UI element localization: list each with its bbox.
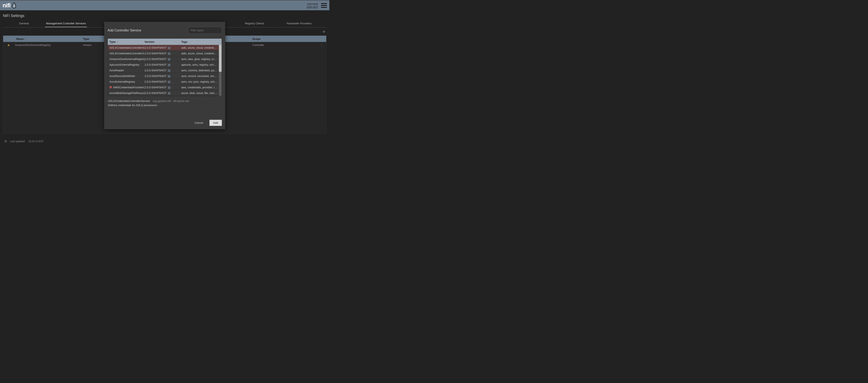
- selected-service-name: ADLSCredentialsControllerService: [108, 99, 150, 103]
- col-scope[interactable]: Scope: [249, 37, 326, 40]
- svg-rect-13: [168, 70, 170, 71]
- col-svc-type[interactable]: Type ↑: [108, 40, 145, 43]
- status-footer: Last updated: 16:24:12 EST: [4, 140, 44, 143]
- svc-tags-cell: avro, comma, delimited, pars...: [181, 69, 219, 72]
- svc-version-cell: 2.0.0-SNAPSHOT: [145, 74, 181, 78]
- svc-tags-cell: azure, blob, cloud, file, micro...: [181, 92, 219, 95]
- last-updated-time: 16:24:12 EST: [28, 140, 44, 143]
- svc-tags-cell: adls, azure, cloud, credential...: [181, 52, 219, 55]
- svc-version-cell: 2.0.0-SNAPSHOT: [145, 80, 181, 83]
- tab-management-controller-services[interactable]: Management Controller Services: [45, 20, 87, 27]
- svg-rect-3: [168, 53, 170, 53]
- top-bar: nifi username LOG OUT: [0, 0, 330, 10]
- row-actions-icon[interactable]: ⋮: [320, 43, 326, 46]
- service-type-row[interactable]: AWSCredentialsProviderCo...2.0.0-SNAPSHO…: [108, 84, 222, 90]
- svc-type-cell: AvroSchemaRegistry: [108, 80, 145, 83]
- svg-rect-21: [168, 86, 170, 87]
- service-type-row[interactable]: AvroReader2.0.0-SNAPSHOTavro, comma, del…: [108, 68, 222, 73]
- svc-version-cell: 2.0.0-SNAPSHOT: [145, 58, 181, 61]
- service-type-row[interactable]: AvroSchemaRegistry2.0.0-SNAPSHOTavro, cs…: [108, 79, 222, 84]
- version-list-icon[interactable]: [168, 64, 170, 66]
- svc-tags-cell: apicurio, avro, registry, sche...: [181, 63, 219, 66]
- svg-rect-26: [168, 94, 170, 94]
- service-type-row[interactable]: ApicurioSchemaRegistry2.0.0-SNAPSHOTapic…: [108, 62, 222, 68]
- service-types-body: ADLSCredentialsControllerServi2.0.0-SNAP…: [108, 45, 222, 96]
- scrollbar-thumb[interactable]: [219, 45, 222, 72]
- svc-tags-cell: avro, record, recordset, resul...: [181, 74, 219, 78]
- version-list-icon[interactable]: [168, 52, 170, 54]
- service-scope: Controller: [252, 43, 264, 46]
- svc-version-cell: 2.0.0-SNAPSHOT: [145, 63, 181, 66]
- service-info-panel: ADLSCredentialsControllerService org.apa…: [107, 96, 222, 107]
- service-type-row[interactable]: ADLSCredentialsControllerS...2.0.0-SNAPS…: [108, 50, 222, 56]
- sort-arrow-icon: ↑: [117, 40, 118, 43]
- add-service-button[interactable]: [323, 30, 325, 34]
- svc-type-cell: AvroReader: [108, 69, 145, 72]
- version-list-icon[interactable]: [168, 46, 170, 49]
- svg-rect-7: [168, 59, 170, 60]
- sort-arrow-icon: ↑: [24, 38, 26, 40]
- version-list-icon[interactable]: [168, 58, 170, 60]
- svc-type-cell: ADLSCredentialsControllerServi: [108, 46, 145, 49]
- version-list-icon[interactable]: [168, 75, 170, 77]
- svc-version-cell: 2.0.0-SNAPSHOT: [145, 86, 181, 89]
- version-list-icon[interactable]: [168, 92, 170, 94]
- col-svc-version[interactable]: Version: [145, 40, 181, 43]
- version-list-icon[interactable]: [168, 69, 170, 71]
- svg-rect-0: [168, 47, 170, 47]
- service-types-table: Type ↑ Version Tags ADLSCredentialsContr…: [107, 38, 222, 96]
- svg-rect-14: [168, 71, 170, 72]
- col-name[interactable]: Name ↑: [3, 37, 83, 40]
- svg-rect-19: [168, 82, 170, 82]
- droplet-icon: [11, 2, 17, 9]
- add-button[interactable]: Add: [210, 120, 222, 126]
- service-type-row[interactable]: AzureBlobStorageFileResour...2.0.0-SNAPS…: [108, 90, 222, 96]
- svg-rect-10: [168, 65, 170, 65]
- svg-rect-20: [168, 83, 170, 83]
- svg-rect-2: [168, 49, 170, 49]
- svg-rect-8: [168, 60, 170, 60]
- svg-rect-11: [168, 66, 170, 66]
- filter-types-input[interactable]: [188, 27, 222, 34]
- tab-general[interactable]: General: [3, 20, 45, 27]
- svg-rect-15: [168, 75, 170, 76]
- hamburger-icon[interactable]: [321, 3, 327, 8]
- restricted-icon: [110, 86, 112, 89]
- cancel-button[interactable]: Cancel: [191, 120, 207, 126]
- svg-rect-22: [168, 88, 170, 88]
- svg-rect-6: [168, 58, 170, 59]
- logout-link[interactable]: LOG OUT: [307, 5, 318, 8]
- service-type-row[interactable]: AmazonGlueSchemaRegistry2.0.0-SNAPSHOTav…: [108, 56, 222, 62]
- svc-tags-cell: avro, csv, json, registry, sche...: [181, 80, 219, 83]
- svc-version-cell: 2.0.0-SNAPSHOT: [145, 92, 181, 95]
- page-title: NiFi Settings: [0, 10, 330, 20]
- col-svc-tags[interactable]: Tags: [181, 40, 219, 43]
- tab-parameter-providers[interactable]: Parameter Providers: [272, 20, 327, 27]
- svc-tags-cell: avro, aws, glue, registry, sch...: [181, 58, 219, 61]
- user-box: username LOG OUT: [307, 2, 327, 8]
- service-type-row[interactable]: AvroRecordSetWriter2.0.0-SNAPSHOTavro, r…: [108, 73, 222, 79]
- svg-rect-23: [168, 88, 170, 89]
- svg-rect-18: [168, 81, 170, 81]
- service-type-row[interactable]: ADLSCredentialsControllerServi2.0.0-SNAP…: [108, 45, 222, 50]
- svc-version-cell: 2.0.0-SNAPSHOT: [145, 52, 181, 55]
- svc-type-cell: AmazonGlueSchemaRegistry: [108, 58, 145, 61]
- svc-type-cell: AWSCredentialsProviderCo...: [108, 86, 145, 89]
- version-list-icon[interactable]: [168, 80, 170, 83]
- svc-tags-cell: adls, azure, cloud, credential...: [181, 46, 219, 49]
- svc-type-cell: ADLSCredentialsControllerS...: [108, 52, 145, 55]
- service-types-header: Type ↑ Version Tags: [108, 39, 222, 45]
- tab-registry-clients[interactable]: Registry Clients: [237, 20, 272, 27]
- svc-version-cell: 2.0.0-SNAPSHOT: [145, 46, 181, 49]
- logo-text: nifi: [2, 2, 10, 9]
- refresh-icon[interactable]: [4, 140, 7, 143]
- svc-version-cell: 2.0.0-SNAPSHOT: [145, 69, 181, 72]
- add-controller-service-dialog: Add Controller Service Type ↑ Version Ta…: [104, 22, 225, 129]
- svg-rect-16: [168, 76, 170, 76]
- svg-rect-25: [168, 93, 170, 94]
- dialog-buttons: Cancel Add: [107, 120, 222, 126]
- svg-rect-17: [168, 77, 170, 77]
- svg-rect-24: [168, 92, 170, 93]
- version-list-icon[interactable]: [168, 86, 170, 88]
- svc-type-cell: ApicurioSchemaRegistry: [108, 63, 145, 66]
